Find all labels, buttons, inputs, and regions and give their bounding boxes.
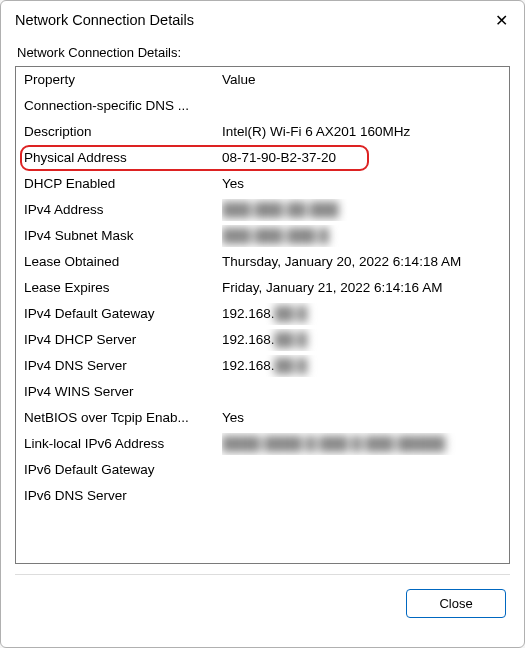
- value-cell: 08-71-90-B2-37-20: [222, 147, 503, 169]
- table-row[interactable]: IPv4 WINS Server: [16, 379, 509, 405]
- property-cell: Description: [22, 121, 222, 143]
- property-cell: NetBIOS over Tcpip Enab...: [22, 407, 222, 429]
- col-value: Value: [222, 69, 503, 91]
- table-row[interactable]: Lease ObtainedThursday, January 20, 2022…: [16, 249, 509, 275]
- value-cell: Friday, January 21, 2022 6:14:16 AM: [222, 277, 503, 299]
- value-cell: [222, 95, 503, 117]
- property-cell: Physical Address: [22, 147, 222, 169]
- window-title: Network Connection Details: [15, 12, 194, 28]
- titlebar: Network Connection Details ✕: [1, 1, 524, 37]
- value-cell: Intel(R) Wi-Fi 6 AX201 160MHz: [222, 121, 503, 143]
- property-cell: IPv6 Default Gateway: [22, 459, 222, 481]
- table-row[interactable]: IPv4 Default Gateway192.168.██.█: [16, 301, 509, 327]
- property-cell: IPv4 DHCP Server: [22, 329, 222, 351]
- property-cell: DHCP Enabled: [22, 173, 222, 195]
- table-row[interactable]: Connection-specific DNS ...: [16, 93, 509, 119]
- property-cell: Link-local IPv6 Address: [22, 433, 222, 455]
- details-table: Property Value Connection-specific DNS .…: [15, 66, 510, 564]
- close-icon[interactable]: ✕: [492, 11, 510, 29]
- close-button[interactable]: Close: [406, 589, 506, 618]
- table-row[interactable]: DescriptionIntel(R) Wi-Fi 6 AX201 160MHz: [16, 119, 509, 145]
- value-cell: Yes: [222, 407, 503, 429]
- property-cell: IPv4 WINS Server: [22, 381, 222, 403]
- value-cell: [222, 381, 503, 403]
- table-row[interactable]: IPv4 Subnet Mask███.███.███.█: [16, 223, 509, 249]
- value-cell: Thursday, January 20, 2022 6:14:18 AM: [222, 251, 503, 273]
- table-row[interactable]: IPv4 Address███.███.██.███: [16, 197, 509, 223]
- table-row[interactable]: DHCP EnabledYes: [16, 171, 509, 197]
- col-property: Property: [22, 69, 222, 91]
- value-cell: 192.168.██.█: [222, 355, 503, 377]
- value-cell: ████ ████ █ ███ █ ███ █████: [222, 433, 503, 455]
- property-cell: Lease Expires: [22, 277, 222, 299]
- property-cell: IPv6 DNS Server: [22, 485, 222, 507]
- value-cell: ███.███.██.███: [222, 199, 503, 221]
- table-row[interactable]: Physical Address08-71-90-B2-37-20: [16, 145, 509, 171]
- value-cell: ███.███.███.█: [222, 225, 503, 247]
- property-cell: IPv4 Default Gateway: [22, 303, 222, 325]
- value-cell: [222, 485, 503, 507]
- table-row[interactable]: IPv6 Default Gateway: [16, 457, 509, 483]
- value-cell: 192.168.██.█: [222, 329, 503, 351]
- network-connection-details-dialog: Network Connection Details ✕ Network Con…: [0, 0, 525, 648]
- section-label: Network Connection Details:: [1, 37, 524, 66]
- table-row[interactable]: IPv4 DNS Server192.168.██.█: [16, 353, 509, 379]
- table-row[interactable]: IPv4 DHCP Server192.168.██.█: [16, 327, 509, 353]
- value-cell: 192.168.██.█: [222, 303, 503, 325]
- property-cell: IPv4 DNS Server: [22, 355, 222, 377]
- table-row[interactable]: NetBIOS over Tcpip Enab...Yes: [16, 405, 509, 431]
- table-header: Property Value: [16, 67, 509, 93]
- property-cell: Connection-specific DNS ...: [22, 95, 222, 117]
- property-cell: Lease Obtained: [22, 251, 222, 273]
- property-cell: IPv4 Subnet Mask: [22, 225, 222, 247]
- property-cell: IPv4 Address: [22, 199, 222, 221]
- table-row[interactable]: Lease ExpiresFriday, January 21, 2022 6:…: [16, 275, 509, 301]
- dialog-footer: Close: [1, 575, 524, 634]
- value-cell: Yes: [222, 173, 503, 195]
- table-row[interactable]: IPv6 DNS Server: [16, 483, 509, 509]
- value-cell: [222, 459, 503, 481]
- table-row[interactable]: Link-local IPv6 Address████ ████ █ ███ █…: [16, 431, 509, 457]
